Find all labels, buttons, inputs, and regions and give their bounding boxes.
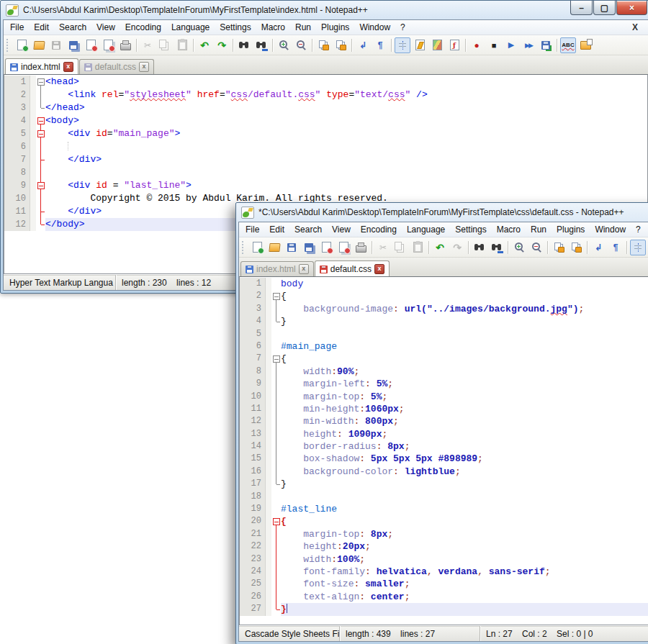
menubar-close-icon[interactable]: X — [624, 22, 647, 32]
code-line[interactable]: 19#last_line — [240, 503, 648, 515]
fold-marker[interactable] — [271, 290, 281, 302]
code-editor[interactable]: 1body2{3 background-image: url("../image… — [239, 276, 648, 625]
code-line[interactable]: 2{ — [240, 290, 648, 302]
doc-switcher-icon[interactable]: ƒ — [446, 37, 462, 53]
close-all-icon[interactable] — [336, 240, 351, 255]
spell-check-icon[interactable]: ABC — [560, 37, 576, 53]
restore-button[interactable]: ▢ — [593, 1, 616, 15]
code-line[interactable]: 7 </div> — [4, 153, 647, 166]
show-indent-guide-icon[interactable] — [395, 37, 410, 53]
menu-search[interactable]: Search — [289, 225, 327, 235]
code-line[interactable]: 16 background-color: lightblue; — [240, 466, 648, 478]
tab-index-html[interactable]: index.htmlx — [240, 261, 314, 276]
code-line[interactable]: 3</head> — [4, 101, 647, 114]
menu-language[interactable]: Language — [166, 22, 215, 32]
menu-plugins[interactable]: Plugins — [552, 225, 590, 235]
redo-icon[interactable]: ↷ — [449, 240, 465, 255]
menu-help[interactable]: ? — [631, 225, 646, 235]
menu-macro[interactable]: Macro — [492, 225, 526, 235]
show-all-chars-icon[interactable]: ¶ — [372, 37, 388, 53]
stop-macro-icon[interactable]: ■ — [486, 37, 502, 53]
function-list-icon[interactable] — [412, 37, 428, 53]
code-line[interactable]: 9 margin-left: 5%; — [240, 378, 648, 390]
menu-edit[interactable]: Edit — [29, 22, 54, 32]
sync-horizontal-scroll-icon[interactable] — [333, 37, 348, 53]
redo-icon[interactable]: ↷ — [214, 37, 230, 53]
code-line[interactable]: 23 width:100%; — [240, 553, 648, 566]
close-all-icon[interactable] — [100, 37, 116, 53]
find-icon[interactable] — [236, 37, 252, 53]
paste-icon[interactable] — [410, 240, 426, 255]
code-line[interactable]: 22 height:20px; — [240, 540, 648, 553]
code-line[interactable]: 11 min-height:1060px; — [240, 403, 648, 415]
fold-marker[interactable] — [36, 179, 45, 192]
fold-marker[interactable] — [36, 114, 45, 127]
menu-plugins[interactable]: Plugins — [316, 22, 354, 32]
menu-edit[interactable]: Edit — [264, 225, 289, 235]
code-line[interactable]: 8 width:90%; — [240, 366, 648, 378]
close-button[interactable]: × — [616, 1, 647, 15]
code-line[interactable]: 7{ — [240, 353, 648, 365]
code-line[interactable]: 13 height: 1090px; — [240, 428, 648, 440]
document-map-icon[interactable] — [429, 37, 445, 53]
cut-icon[interactable]: ✂ — [375, 240, 391, 255]
code-line[interactable]: 4<body> — [4, 114, 647, 127]
minimize-button[interactable]: – — [570, 1, 593, 15]
fold-marker[interactable] — [36, 76, 45, 89]
code-line[interactable]: 17} — [240, 478, 648, 490]
fold-marker[interactable] — [36, 127, 45, 140]
code-line[interactable]: 6 — [4, 140, 647, 153]
close-icon[interactable] — [83, 37, 99, 53]
new-file-icon[interactable] — [14, 37, 30, 53]
open-file-icon[interactable] — [266, 240, 282, 255]
code-line[interactable]: 26 text-align: center; — [240, 591, 648, 603]
sync-vertical-scroll-icon[interactable] — [315, 37, 331, 53]
menu-run[interactable]: Run — [290, 22, 316, 32]
print-icon[interactable] — [117, 37, 133, 53]
menu-language[interactable]: Language — [402, 225, 450, 235]
tab-close-icon[interactable]: x — [63, 62, 73, 72]
menu-help[interactable]: ? — [395, 22, 410, 32]
zoom-in-icon[interactable] — [276, 37, 292, 53]
code-line[interactable]: 6#main_page — [240, 340, 648, 353]
tab-default-css[interactable]: default.cssx — [79, 59, 154, 74]
replace-icon[interactable] — [253, 37, 269, 53]
menu-encoding[interactable]: Encoding — [120, 22, 166, 32]
replace-icon[interactable] — [489, 240, 505, 255]
code-line[interactable]: 25 font-size: smaller; — [240, 578, 648, 590]
zoom-out-icon[interactable] — [528, 240, 544, 255]
code-line[interactable]: 12 min-width: 800px; — [240, 415, 648, 427]
tab-close-icon[interactable]: x — [374, 264, 384, 274]
code-line[interactable]: 1body — [240, 278, 648, 290]
undo-icon[interactable]: ↶ — [197, 37, 212, 53]
menu-file[interactable]: File — [5, 22, 29, 32]
tab-close-icon[interactable]: x — [139, 62, 149, 72]
copy-icon[interactable] — [157, 37, 173, 53]
tab-close-icon[interactable]: x — [299, 264, 309, 274]
sync-vertical-scroll-icon[interactable] — [551, 240, 567, 255]
word-wrap-icon[interactable]: ↲ — [355, 37, 371, 53]
menu-search[interactable]: Search — [54, 22, 91, 32]
print-icon[interactable] — [353, 240, 369, 255]
code-line[interactable]: 20{ — [240, 515, 648, 527]
paste-icon[interactable] — [174, 37, 190, 53]
menu-encoding[interactable]: Encoding — [356, 225, 402, 235]
code-line[interactable]: 24 font-family: helvatica, verdana, sans… — [240, 566, 648, 578]
code-line[interactable]: 5 — [240, 328, 648, 340]
new-file-icon[interactable] — [249, 240, 265, 255]
find-icon[interactable] — [472, 240, 487, 255]
save-icon[interactable] — [284, 240, 300, 255]
menu-view[interactable]: View — [91, 22, 120, 32]
titlebar[interactable]: C:\Users\Abdul Karim\Desktop\TemplateInF… — [3, 1, 648, 19]
copy-icon[interactable] — [392, 240, 408, 255]
sync-horizontal-scroll-icon[interactable] — [568, 240, 584, 255]
save-icon[interactable] — [48, 37, 64, 53]
code-line[interactable]: 27} — [240, 603, 648, 615]
code-line[interactable]: 2 <link rel="stylesheet" href="css/defau… — [4, 89, 647, 101]
code-line[interactable]: 5 <div id="main_page"> — [4, 127, 647, 140]
show-all-chars-icon[interactable]: ¶ — [608, 240, 624, 255]
word-wrap-icon[interactable]: ↲ — [590, 240, 606, 255]
code-line[interactable]: 4} — [240, 315, 648, 327]
menu-settings[interactable]: Settings — [215, 22, 256, 32]
tab-index-html[interactable]: index.htmlx — [5, 58, 78, 75]
